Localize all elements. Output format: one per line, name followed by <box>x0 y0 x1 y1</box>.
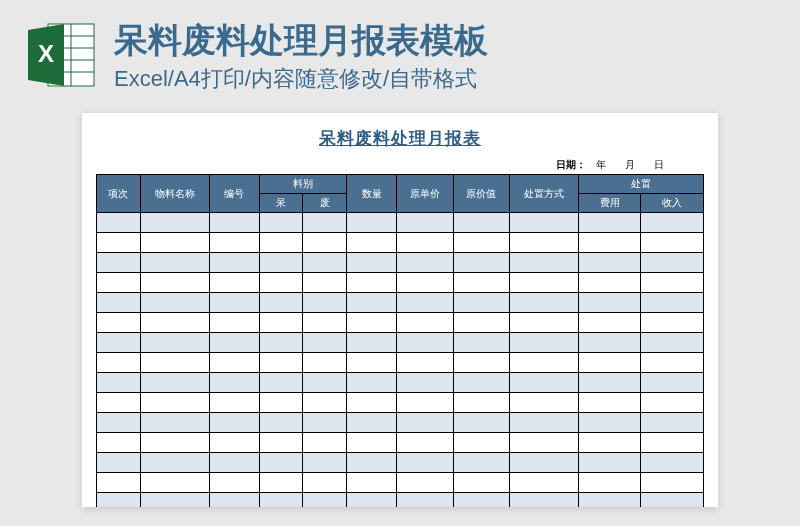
table-cell <box>578 313 641 333</box>
table-cell <box>259 333 303 353</box>
table-cell <box>303 433 347 453</box>
table-body <box>97 213 704 508</box>
col-cat-waste: 废 <box>303 194 347 213</box>
table-cell <box>259 253 303 273</box>
table-cell <box>303 393 347 413</box>
table-cell <box>509 313 578 333</box>
page-subtitle: Excel/A4打印/内容随意修改/自带格式 <box>114 65 776 94</box>
table-cell <box>578 473 641 493</box>
table-cell <box>641 293 704 313</box>
excel-icon: X <box>24 18 98 92</box>
page-title: 呆料废料处理月报表模板 <box>114 20 776 61</box>
table-cell <box>97 453 141 473</box>
table-cell <box>347 353 397 373</box>
table-cell <box>509 293 578 313</box>
table-cell <box>347 433 397 453</box>
table-row <box>97 453 704 473</box>
table-cell <box>259 493 303 508</box>
table-cell <box>259 233 303 253</box>
document-preview: 呆料废料处理月报表 日期： 年 月 日 项次 物料名称 编号 料别 数量 原单价… <box>82 113 718 507</box>
table-cell <box>578 213 641 233</box>
table-cell <box>209 333 259 353</box>
table-cell <box>397 313 453 333</box>
table-cell <box>97 213 141 233</box>
table-cell <box>397 253 453 273</box>
table-cell <box>641 493 704 508</box>
table-cell <box>303 373 347 393</box>
table-cell <box>397 433 453 453</box>
table-cell <box>259 273 303 293</box>
table-cell <box>453 373 509 393</box>
table-cell <box>641 273 704 293</box>
table-cell <box>140 393 209 413</box>
table-cell <box>140 233 209 253</box>
doc-title: 呆料废料处理月报表 <box>96 127 704 150</box>
table-cell <box>641 253 704 273</box>
table-cell <box>578 413 641 433</box>
table-cell <box>641 313 704 333</box>
table-row <box>97 433 704 453</box>
table-cell <box>641 333 704 353</box>
table-cell <box>509 453 578 473</box>
table-cell <box>347 313 397 333</box>
table-cell <box>209 473 259 493</box>
table-cell <box>209 453 259 473</box>
table-cell <box>397 413 453 433</box>
table-cell <box>453 313 509 333</box>
table-cell <box>453 473 509 493</box>
table-cell <box>453 233 509 253</box>
table-cell <box>453 433 509 453</box>
table-cell <box>509 473 578 493</box>
table-cell <box>97 413 141 433</box>
table-cell <box>453 213 509 233</box>
table-cell <box>453 413 509 433</box>
table-cell <box>641 473 704 493</box>
table-cell <box>347 393 397 413</box>
col-item-no: 项次 <box>97 175 141 213</box>
table-cell <box>509 413 578 433</box>
table-cell <box>97 433 141 453</box>
table-cell <box>97 293 141 313</box>
table-cell <box>347 493 397 508</box>
col-unit-price: 原单价 <box>397 175 453 213</box>
table-cell <box>578 373 641 393</box>
date-year: 年 <box>596 158 606 172</box>
table-cell <box>140 273 209 293</box>
table-cell <box>509 393 578 413</box>
table-cell <box>303 313 347 333</box>
col-category: 料别 <box>259 175 347 194</box>
table-row <box>97 393 704 413</box>
table-cell <box>140 493 209 508</box>
table-cell <box>303 493 347 508</box>
table-row <box>97 373 704 393</box>
table-cell <box>578 333 641 353</box>
table-cell <box>509 273 578 293</box>
table-cell <box>140 293 209 313</box>
table-cell <box>140 213 209 233</box>
table-cell <box>453 353 509 373</box>
table-cell <box>578 273 641 293</box>
table-cell <box>209 413 259 433</box>
table-cell <box>578 253 641 273</box>
table-cell <box>347 293 397 313</box>
table-cell <box>397 493 453 508</box>
table-cell <box>347 453 397 473</box>
table-cell <box>578 353 641 373</box>
table-cell <box>209 213 259 233</box>
table-cell <box>259 453 303 473</box>
table-cell <box>641 393 704 413</box>
table-cell <box>578 493 641 508</box>
col-disposal: 处置 <box>578 175 703 194</box>
table-cell <box>209 233 259 253</box>
table-cell <box>397 233 453 253</box>
page-header: X 呆料废料处理月报表模板 Excel/A4打印/内容随意修改/自带格式 <box>0 0 800 105</box>
table-cell <box>347 413 397 433</box>
table-cell <box>641 353 704 373</box>
table-cell <box>347 253 397 273</box>
table-cell <box>303 333 347 353</box>
table-cell <box>509 213 578 233</box>
date-line: 日期： 年 月 日 <box>96 158 704 172</box>
report-table: 项次 物料名称 编号 料别 数量 原单价 原价值 处置方式 处置 呆 废 费用 … <box>96 174 704 507</box>
table-cell <box>303 413 347 433</box>
table-row <box>97 233 704 253</box>
